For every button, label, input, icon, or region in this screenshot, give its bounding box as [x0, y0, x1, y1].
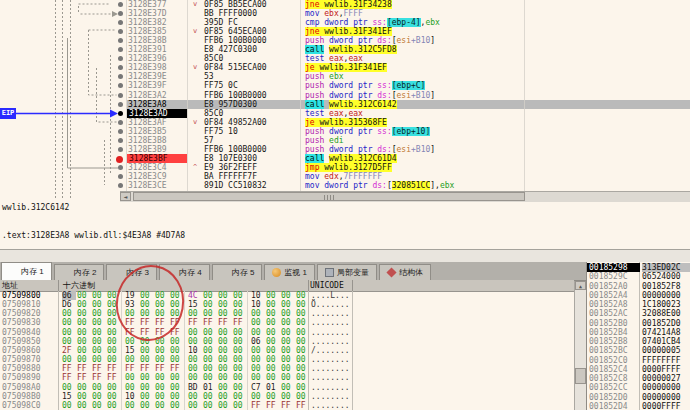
memory-byte[interactable]: FF — [140, 318, 154, 327]
memory-byte[interactable]: 00 — [218, 328, 232, 337]
disasm-row[interactable]: 3128E3CE891D CC510832mov dword ptr ds:[3… — [127, 181, 690, 190]
dump-tab[interactable]: 局部变量 — [317, 264, 377, 280]
memory-rows[interactable]: 0750980006000000190000004C00000010000000… — [0, 291, 574, 410]
memory-byte[interactable]: 00 — [155, 355, 169, 364]
memory-byte[interactable]: 00 — [218, 401, 232, 410]
memory-byte[interactable]: 00 — [203, 401, 217, 410]
memory-byte[interactable]: 00 — [92, 300, 106, 309]
memory-byte[interactable]: 00 — [107, 300, 121, 309]
memory-byte[interactable]: 00 — [188, 355, 202, 364]
memory-byte[interactable]: 00 — [266, 318, 280, 327]
scrollbar-thumb[interactable] — [575, 368, 586, 384]
memory-row[interactable]: 0750984000000000FFFFFFFF0000000000000000… — [0, 328, 574, 337]
memory-byte[interactable]: FF — [155, 328, 169, 337]
memory-byte[interactable]: 00 — [77, 309, 91, 318]
memory-byte[interactable]: 00 — [92, 383, 106, 392]
memory-row[interactable]: 07509880FFFFFFFFFFFFFFFF0000000000000000… — [0, 364, 574, 373]
stack-row[interactable]: 001852B0001852D0 — [587, 319, 690, 328]
memory-dump-pane[interactable]: 内存 1内存 2内存 3内存 4内存 5监视 1局部变量结构体 地址 十六进制 … — [0, 262, 586, 410]
memory-byte[interactable]: 00 — [155, 383, 169, 392]
dump-tab[interactable]: 内存 5 — [212, 264, 263, 280]
stack-row[interactable]: 001852C40000FFFF — [587, 365, 690, 374]
memory-byte[interactable]: 00 — [155, 309, 169, 318]
memory-byte[interactable]: 00 — [203, 364, 217, 373]
memory-row[interactable]: 0750987000000000000000000000000000000000… — [0, 355, 574, 364]
memory-byte[interactable]: 00 — [266, 291, 280, 300]
memory-byte[interactable]: 00 — [251, 392, 265, 401]
memory-byte[interactable]: FF — [125, 318, 139, 327]
dump-tab[interactable]: 结构体 — [379, 264, 431, 280]
vertical-scrollbar[interactable]: ▲ — [574, 281, 586, 410]
memory-byte[interactable]: 15 — [125, 346, 139, 355]
memory-byte[interactable]: 00 — [296, 392, 310, 401]
memory-byte[interactable]: 00 — [140, 300, 154, 309]
memory-byte[interactable]: 00 — [281, 373, 295, 382]
memory-byte[interactable]: 4C — [188, 291, 202, 300]
memory-byte[interactable]: 00 — [266, 328, 280, 337]
memory-byte[interactable]: FF — [203, 318, 217, 327]
memory-byte[interactable]: 00 — [281, 328, 295, 337]
memory-byte[interactable]: 00 — [170, 346, 184, 355]
memory-byte[interactable]: 00 — [251, 355, 265, 364]
memory-byte[interactable]: 00 — [62, 401, 76, 410]
memory-byte[interactable]: 00 — [233, 401, 247, 410]
memory-byte[interactable]: 06 — [62, 291, 76, 300]
memory-byte[interactable]: 00 — [107, 291, 121, 300]
memory-byte[interactable]: 00 — [251, 346, 265, 355]
memory-row[interactable]: 075098A00000000000000000BD010000C7010000… — [0, 383, 574, 392]
memory-byte[interactable]: 00 — [203, 346, 217, 355]
stack-row[interactable]: 001852C0FFFFFFFF — [587, 356, 690, 365]
memory-byte[interactable]: 00 — [92, 346, 106, 355]
stack-row[interactable]: 0018529C06524000 — [587, 272, 690, 281]
memory-byte[interactable]: 00 — [170, 337, 184, 346]
memory-byte[interactable]: 00 — [62, 383, 76, 392]
memory-byte[interactable]: FF — [188, 318, 202, 327]
memory-byte[interactable]: 00 — [62, 355, 76, 364]
memory-byte[interactable]: 00 — [251, 364, 265, 373]
memory-row[interactable]: 07509810D6000000930000001500000010000000… — [0, 300, 574, 309]
memory-byte[interactable]: 15 — [62, 392, 76, 401]
memory-byte[interactable]: 19 — [125, 291, 139, 300]
memory-byte[interactable]: 00 — [188, 309, 202, 318]
memory-byte[interactable]: 00 — [155, 373, 169, 382]
memory-byte[interactable]: 00 — [125, 337, 139, 346]
memory-byte[interactable]: 00 — [266, 355, 280, 364]
memory-row[interactable]: 0750985000000000000000000000000006000000… — [0, 337, 574, 346]
memory-byte[interactable]: 00 — [77, 300, 91, 309]
memory-byte[interactable]: 00 — [281, 337, 295, 346]
memory-byte[interactable]: 00 — [77, 346, 91, 355]
memory-byte[interactable]: 00 — [281, 346, 295, 355]
memory-byte[interactable]: 00 — [140, 291, 154, 300]
disasm-row[interactable]: 3128E3C4^E9 36F2FEFFjmp wwlib.3127D5FF — [127, 163, 690, 172]
disasm-row[interactable]: 3128E3B857push edi — [127, 136, 690, 145]
memory-byte[interactable]: 00 — [188, 337, 202, 346]
memory-byte[interactable]: 00 — [296, 300, 310, 309]
memory-byte[interactable]: 00 — [203, 337, 217, 346]
memory-byte[interactable]: 00 — [251, 309, 265, 318]
memory-byte[interactable]: 00 — [218, 364, 232, 373]
memory-byte[interactable]: 00 — [107, 355, 121, 364]
memory-byte[interactable]: 00 — [170, 355, 184, 364]
memory-byte[interactable]: 00 — [281, 300, 295, 309]
disasm-row[interactable]: 3128E398v0F84 515ECA00je wwlib.31F341EF — [127, 63, 690, 72]
memory-byte[interactable]: 00 — [140, 373, 154, 382]
memory-byte[interactable]: FF — [155, 318, 169, 327]
stack-row[interactable]: 00185298313ED02C — [587, 263, 690, 272]
memory-byte[interactable]: 93 — [125, 300, 139, 309]
memory-byte[interactable]: 00 — [77, 401, 91, 410]
memory-byte[interactable]: 00 — [281, 383, 295, 392]
memory-byte[interactable]: 00 — [218, 346, 232, 355]
memory-row[interactable]: 075098C0000000000000000000000000FFFFFFFF… — [0, 401, 574, 410]
stack-row[interactable]: 001852A400000000 — [587, 291, 690, 300]
disassembly-pane[interactable]: 3128E377v0F85 BB5ECA00jne wwlib.31F34238… — [0, 0, 690, 262]
memory-byte[interactable]: 00 — [233, 355, 247, 364]
memory-byte[interactable]: 00 — [266, 346, 280, 355]
memory-byte[interactable]: D6 — [62, 300, 76, 309]
memory-byte[interactable]: 00 — [203, 291, 217, 300]
memory-byte[interactable]: FF — [170, 328, 184, 337]
memory-byte[interactable]: 00 — [251, 328, 265, 337]
memory-byte[interactable]: 00 — [107, 328, 121, 337]
memory-byte[interactable]: 00 — [92, 401, 106, 410]
disasm-row[interactable]: 3128E3B5FF75 10push dword ptr ss:[ebp+10… — [127, 127, 690, 136]
disasm-row[interactable]: 3128E3BFE8 107E0300call wwlib.312C61D4 — [127, 154, 690, 163]
